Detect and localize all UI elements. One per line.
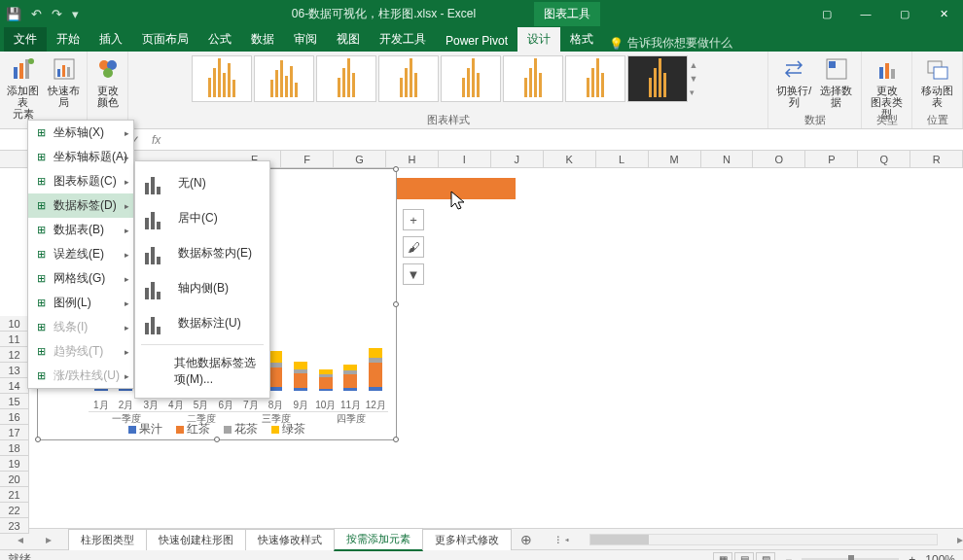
tab-format[interactable]: 格式	[560, 27, 603, 52]
col-header[interactable]: R	[910, 151, 963, 167]
save-icon[interactable]: 💾	[6, 7, 21, 21]
submenu-more-options[interactable]: 其他数据标签选项(M)...	[135, 349, 269, 394]
menu-chart-title[interactable]: ⊞图表标题(C)▸	[28, 169, 133, 193]
redo-icon[interactable]: ↷	[52, 7, 62, 21]
tab-file[interactable]: 文件	[4, 27, 47, 52]
row-header[interactable]: 13	[0, 363, 28, 378]
col-header[interactable]: O	[753, 151, 805, 167]
row-header[interactable]: 23	[0, 518, 28, 534]
row-header[interactable]: 12	[0, 347, 28, 363]
row-header[interactable]: 22	[0, 503, 28, 518]
sheet-tab[interactable]: 快速修改样式	[245, 529, 335, 550]
menu-lines[interactable]: ⊞线条(I)▸	[28, 315, 133, 339]
horizontal-scrollbar[interactable]	[589, 534, 938, 545]
fx-icon[interactable]: fx	[148, 133, 164, 147]
col-header[interactable]: F	[281, 151, 334, 167]
sheet-nav[interactable]: ◂▸	[0, 533, 68, 546]
tab-formula[interactable]: 公式	[198, 27, 241, 52]
tab-insert[interactable]: 插入	[89, 27, 132, 52]
col-header[interactable]: P	[805, 151, 858, 167]
col-header[interactable]: L	[596, 151, 649, 167]
row-header[interactable]: 14	[0, 378, 28, 394]
chart-style-6[interactable]	[503, 55, 563, 102]
menu-updown-bars[interactable]: ⊞涨/跌柱线(U)▸	[28, 364, 133, 388]
row-header[interactable]: 20	[0, 472, 28, 487]
submenu-none[interactable]: 无(N)	[135, 165, 269, 200]
styles-more-button[interactable]: ▲▼▾	[690, 55, 705, 102]
row-header[interactable]: 11	[0, 332, 28, 347]
chart-filters-button[interactable]: ▼	[403, 263, 424, 285]
sheet-tab[interactable]: 柱形图类型	[68, 529, 147, 550]
chart-legend[interactable]: 果汁 红茶 花茶 绿茶	[38, 421, 396, 438]
normal-view-button[interactable]: ▦	[713, 552, 732, 561]
tab-home[interactable]: 开始	[47, 27, 89, 52]
chart-style-8[interactable]	[627, 55, 688, 102]
row-header[interactable]: 21	[0, 487, 28, 503]
tab-review[interactable]: 审阅	[284, 27, 327, 52]
col-header[interactable]: I	[439, 151, 491, 167]
col-header[interactable]: Q	[858, 151, 910, 167]
row-header[interactable]: 16	[0, 409, 28, 425]
undo-icon[interactable]: ↶	[31, 7, 42, 21]
tab-design[interactable]: 设计	[517, 27, 560, 52]
col-header[interactable]: G	[334, 151, 386, 167]
tab-view[interactable]: 视图	[327, 27, 370, 52]
menu-gridlines[interactable]: ⊞网格线(G)▸	[28, 266, 133, 291]
tab-data[interactable]: 数据	[241, 27, 284, 52]
submenu-center[interactable]: 居中(C)	[135, 200, 269, 235]
tab-powerpivot[interactable]: Power Pivot	[436, 30, 517, 52]
chart-elements-button[interactable]: +	[403, 209, 424, 230]
tab-page-layout[interactable]: 页面布局	[132, 27, 198, 52]
cell-grid[interactable]: ⊞坐标轴(X)▸ ⊞坐标轴标题(A)▸ ⊞图表标题(C)▸ ⊞数据标签(D)▸ …	[29, 168, 963, 528]
minimize-button[interactable]: —	[846, 0, 885, 27]
close-button[interactable]: ✕	[924, 0, 963, 27]
submenu-inside-base[interactable]: 轴内侧(B)	[135, 270, 269, 305]
move-chart-button[interactable]: 移动图表	[916, 53, 958, 110]
menu-trendline[interactable]: ⊞趋势线(T)▸	[28, 339, 133, 364]
menu-data-table[interactable]: ⊞数据表(B)▸	[28, 218, 133, 242]
zoom-level[interactable]: 100%	[925, 553, 955, 561]
row-header[interactable]: 18	[0, 440, 28, 456]
row-header[interactable]: 10	[0, 316, 28, 332]
change-colors-button[interactable]: 更改 颜色	[88, 53, 128, 110]
row-header[interactable]: 19	[0, 456, 28, 472]
add-chart-element-button[interactable]: 添加图表 元素	[3, 53, 44, 122]
sheet-tab[interactable]: 快速创建柱形图	[146, 529, 246, 550]
submenu-inside-end[interactable]: 数据标签内(E)	[135, 235, 269, 270]
menu-legend[interactable]: ⊞图例(L)▸	[28, 291, 133, 315]
submenu-callout[interactable]: 数据标注(U)	[135, 305, 269, 340]
zoom-out-button[interactable]: −	[785, 553, 792, 561]
ribbon-display-button[interactable]: ▢	[807, 0, 846, 27]
menu-data-labels[interactable]: ⊞数据标签(D)▸	[28, 193, 133, 218]
quick-layout-button[interactable]: 快速布局	[44, 53, 85, 122]
sheet-tab-active[interactable]: 按需添加元素	[334, 528, 423, 551]
change-chart-type-button[interactable]: 更改 图表类型	[866, 53, 908, 122]
tab-dev[interactable]: 开发工具	[370, 27, 436, 52]
col-header[interactable]: K	[544, 151, 596, 167]
add-sheet-button[interactable]: ⊕	[517, 532, 536, 547]
chart-styles-gallery[interactable]: ▲▼▾	[190, 53, 707, 104]
tell-me[interactable]: 💡告诉我你想要做什么	[609, 35, 732, 52]
row-header[interactable]: 15	[0, 394, 28, 409]
chart-style-1[interactable]	[192, 55, 252, 102]
col-header[interactable]: M	[649, 151, 701, 167]
chart-style-4[interactable]	[378, 55, 439, 102]
col-header[interactable]: N	[701, 151, 754, 167]
chart-style-7[interactable]	[565, 55, 625, 102]
select-all-corner[interactable]	[0, 151, 28, 167]
chart-style-2[interactable]	[254, 55, 314, 102]
col-header[interactable]: J	[491, 151, 544, 167]
maximize-button[interactable]: ▢	[885, 0, 924, 27]
chart-style-5[interactable]	[441, 55, 501, 102]
row-header[interactable]: 17	[0, 425, 28, 440]
switch-row-col-button[interactable]: 切换行/列	[772, 53, 816, 110]
qat-more-icon[interactable]: ▾	[72, 7, 79, 21]
select-data-button[interactable]: 选择数据	[816, 53, 857, 110]
page-break-button[interactable]: ▧	[756, 552, 775, 561]
page-layout-button[interactable]: ▤	[734, 552, 754, 561]
chart-style-3[interactable]	[316, 55, 376, 102]
menu-error-bars[interactable]: ⊞误差线(E)▸	[28, 242, 133, 266]
menu-axis[interactable]: ⊞坐标轴(X)▸	[28, 121, 133, 145]
zoom-in-button[interactable]: +	[909, 553, 915, 561]
menu-axis-title[interactable]: ⊞坐标轴标题(A)▸	[28, 145, 133, 169]
